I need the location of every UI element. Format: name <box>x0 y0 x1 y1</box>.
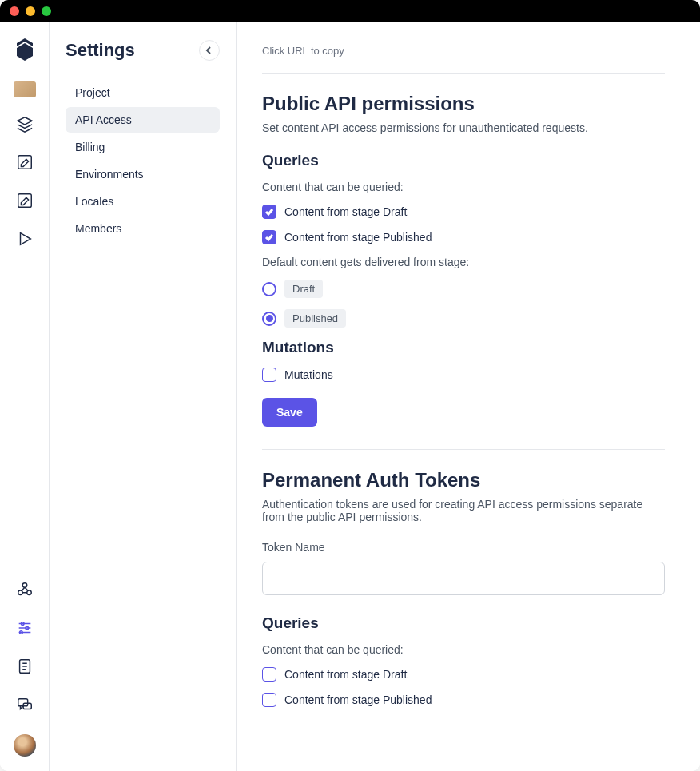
tokens-check-published-row: Content from stage Published <box>262 693 665 707</box>
main-content: Click URL to copy Public API permissions… <box>237 22 700 771</box>
public-queries-title: Queries <box>262 152 665 169</box>
tokens-queries-title: Queries <box>262 614 665 632</box>
public-check-published-label: Content from stage Published <box>284 231 432 244</box>
public-default-label: Default content gets delivered from stag… <box>262 256 665 268</box>
svg-point-6 <box>22 583 27 588</box>
sidebar-title: Settings <box>66 40 135 61</box>
app-shell: Settings Project API Access Billing Envi… <box>0 22 700 771</box>
svg-marker-3 <box>20 233 30 245</box>
window-titlebar <box>0 0 700 22</box>
tokens-check-published-label: Content from stage Published <box>284 694 432 706</box>
check-icon <box>264 232 274 242</box>
nav-item-environments[interactable]: Environments <box>66 161 220 187</box>
settings-sliders-icon[interactable] <box>16 619 34 640</box>
tokens-title: Permanent Auth Tokens <box>262 469 665 491</box>
nav-item-members[interactable]: Members <box>66 216 220 241</box>
window-close-button[interactable] <box>10 6 19 16</box>
copy-url-hint: Click URL to copy <box>262 45 665 57</box>
tokens-check-published[interactable] <box>262 693 276 707</box>
collapse-sidebar-button[interactable] <box>199 40 220 61</box>
play-icon[interactable] <box>16 230 34 251</box>
public-mutations-check[interactable] <box>262 368 276 382</box>
public-radio-draft-row: Draft <box>262 280 665 298</box>
public-radio-draft[interactable] <box>262 282 276 296</box>
public-mutations-title: Mutations <box>262 339 665 356</box>
public-check-published-row: Content from stage Published <box>262 230 665 244</box>
token-name-input[interactable] <box>262 562 665 595</box>
logo-icon[interactable] <box>15 38 34 64</box>
layers-icon[interactable] <box>16 115 34 136</box>
tokens-check-draft-row: Content from stage Draft <box>262 667 665 682</box>
public-api-title: Public API permissions <box>262 93 665 115</box>
divider <box>262 449 665 450</box>
icon-rail <box>0 22 50 771</box>
public-radio-published[interactable] <box>262 312 276 326</box>
tokens-check-draft[interactable] <box>262 667 276 682</box>
public-api-desc: Set content API access permissions for u… <box>262 121 665 134</box>
project-thumbnail[interactable] <box>14 81 36 97</box>
user-avatar[interactable] <box>14 734 36 757</box>
token-name-label: Token Name <box>262 541 665 554</box>
window-minimize-button[interactable] <box>26 6 35 16</box>
tokens-queried-label: Content that can be queried: <box>262 643 665 656</box>
svg-marker-0 <box>17 117 31 125</box>
public-check-draft[interactable] <box>262 205 276 219</box>
public-check-draft-label: Content from stage Draft <box>284 205 407 218</box>
nav-item-locales[interactable]: Locales <box>66 189 220 214</box>
window-zoom-button[interactable] <box>42 6 51 16</box>
check-icon <box>264 207 274 217</box>
chat-icon[interactable] <box>16 696 34 717</box>
nav-item-billing[interactable]: Billing <box>66 134 220 160</box>
settings-nav: Project API Access Billing Environments … <box>66 80 220 241</box>
chevron-left-icon <box>205 46 213 54</box>
public-radio-draft-label: Draft <box>284 280 323 298</box>
doc-list-icon[interactable] <box>16 658 34 678</box>
svg-rect-1 <box>18 156 31 169</box>
settings-sidebar: Settings Project API Access Billing Envi… <box>50 22 237 771</box>
save-button[interactable]: Save <box>262 398 317 427</box>
public-mutations-label: Mutations <box>284 368 333 381</box>
svg-rect-2 <box>18 194 31 208</box>
edit-alt-icon[interactable] <box>16 192 34 213</box>
public-queried-label: Content that can be queried: <box>262 181 665 193</box>
tokens-check-draft-label: Content from stage Draft <box>284 668 407 681</box>
nav-item-api-access[interactable]: API Access <box>66 107 220 133</box>
edit-icon[interactable] <box>16 153 34 174</box>
public-mutations-row: Mutations <box>262 368 665 382</box>
webhook-icon[interactable] <box>16 581 34 602</box>
public-check-published[interactable] <box>262 230 276 244</box>
public-check-draft-row: Content from stage Draft <box>262 205 665 219</box>
tokens-desc: Authentication tokens are used for creat… <box>262 498 665 523</box>
public-radio-published-row: Published <box>262 309 665 328</box>
public-radio-published-label: Published <box>284 309 346 328</box>
nav-item-project[interactable]: Project <box>66 80 220 105</box>
divider <box>262 73 665 74</box>
